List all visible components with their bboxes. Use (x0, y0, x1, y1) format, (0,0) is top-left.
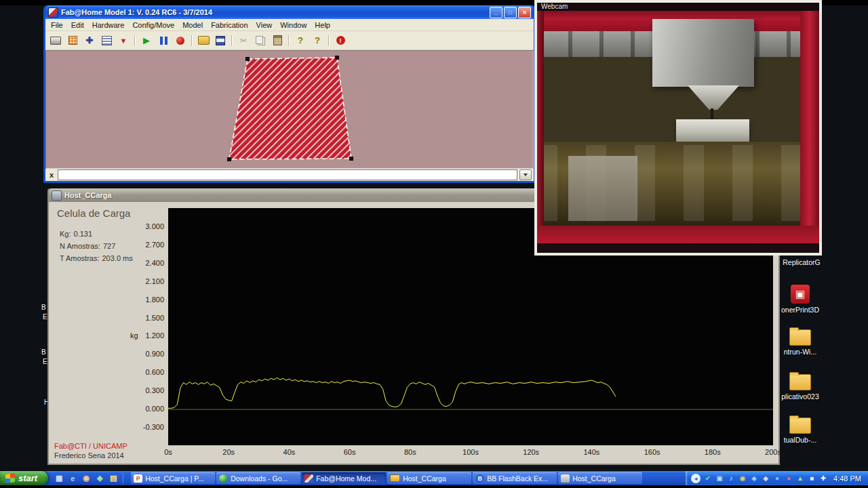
taskbar-task-host-ccarga-3[interactable]: Host_CCarga (387, 472, 471, 484)
credit-line-1: Fab@CTI / UNICAMP (54, 442, 127, 450)
desktop-icon-label: onerPrint3D (772, 306, 829, 314)
print-button[interactable] (47, 33, 64, 48)
usb-icon[interactable]: ◆ (761, 473, 770, 484)
volume-icon[interactable]: ♪ (726, 473, 736, 484)
desktop-icon-label-fragment: E (43, 358, 47, 365)
machine-red-frame-bottom (537, 226, 819, 243)
menu-item-hardware[interactable]: Hardware (88, 20, 129, 30)
desktop-icon-tualdub[interactable]: tualDub-... (772, 418, 829, 444)
taskbar: start ▦e◉◆▤ PHost_CCarga | P...Downloads… (0, 471, 868, 485)
task-button-label: Host_CCarga | P... (145, 474, 204, 483)
messenger-icon[interactable]: ◆ (94, 473, 105, 484)
play-button[interactable]: ▶ (138, 33, 155, 48)
command-dropdown-button[interactable] (519, 169, 532, 180)
layers-icon (102, 36, 112, 45)
context-help-button[interactable]: ? (309, 33, 326, 48)
machine-red-frame-left (537, 3, 544, 253)
desktop-icon-label: ntrun-Wi... (772, 348, 829, 356)
media-player-icon[interactable]: ◉ (81, 473, 92, 484)
command-bar-close-button[interactable]: x (47, 171, 56, 179)
model-polygon[interactable] (229, 58, 351, 159)
desktop-icon-onerprint3d[interactable]: ▣onerPrint3D (772, 285, 829, 314)
start-button[interactable]: start (0, 471, 48, 485)
desktop-icon-label: tualDub-... (772, 436, 829, 444)
taskbar-task-downloads-go-1[interactable]: Downloads - Go... (216, 472, 300, 484)
fab-window-titlebar[interactable]: Fab@Home Model 1: V. 0.24 RC6 - 3/7/2014… (45, 5, 534, 19)
model-corner-handle[interactable] (245, 57, 250, 61)
chart-heading: Celula de Carga (57, 207, 130, 219)
taskbar-task-bb-flashback-ex-4[interactable]: BBB FlashBack Ex... (473, 472, 557, 484)
stop-button[interactable] (172, 33, 189, 48)
command-bar: x (45, 169, 534, 181)
fab-menu-bar: FileEditHardwareConfig/MoveModelFabricat… (45, 19, 534, 31)
menu-item-file[interactable]: File (47, 20, 67, 30)
maximize-button[interactable]: □ (504, 7, 517, 18)
fab-pad-button[interactable] (64, 33, 81, 48)
jog-button[interactable]: ✚ (81, 33, 98, 48)
taskbar-task-host-ccarga-p-0[interactable]: PHost_CCarga | P... (131, 472, 215, 484)
network-icon[interactable]: ◈ (749, 473, 759, 484)
stop-icon (176, 37, 184, 45)
emergency-stop-button[interactable]: ! (332, 33, 349, 48)
update-icon[interactable]: ◉ (738, 473, 747, 484)
desktop-icon-label: plicativo023 (772, 392, 829, 401)
pause-button[interactable] (155, 33, 172, 48)
doc-task-icon: P (134, 474, 142, 483)
help-icon: ? (298, 35, 303, 45)
model-canvas[interactable] (45, 50, 534, 169)
save-button[interactable] (212, 33, 229, 48)
cut-button[interactable]: ✂ (235, 33, 252, 48)
desktop-icon-label: ReplicatorG (773, 258, 830, 266)
alert-icon[interactable]: ● (784, 473, 793, 484)
open-icon (198, 36, 210, 45)
menu-item-config-move[interactable]: Config/Move (128, 20, 178, 30)
start-label: start (18, 473, 37, 483)
fab-app-icon (48, 7, 58, 18)
model-corner-handle[interactable] (227, 157, 231, 161)
display-icon[interactable]: ▣ (715, 473, 724, 484)
minimize-button[interactable]: _ (490, 7, 502, 18)
sync-icon[interactable]: ✚ (818, 473, 828, 484)
desktop-icon-replicatorg[interactable]: ReplicatorG (773, 256, 830, 266)
explorer-icon[interactable]: ▤ (108, 473, 119, 484)
command-input[interactable] (58, 169, 517, 180)
model-corner-handle[interactable] (349, 157, 353, 161)
menu-item-window[interactable]: Window (276, 20, 311, 30)
messenger-tray-icon[interactable]: ● (772, 473, 782, 484)
show-desktop-icon[interactable]: ▦ (54, 473, 64, 484)
taskbar-task-host-ccarga-5[interactable]: Host_CCarga (558, 472, 642, 484)
open-button[interactable] (195, 33, 212, 48)
paste-button[interactable] (269, 33, 285, 48)
copy-button[interactable] (252, 33, 269, 48)
x-tick-label: 160s (644, 448, 660, 456)
toolbar-separator (191, 35, 193, 46)
x-tick-label: 200s (765, 448, 781, 456)
menu-item-model[interactable]: Model (178, 20, 207, 30)
menu-item-edit[interactable]: Edit (67, 20, 88, 30)
app-task-icon (561, 474, 570, 483)
menu-item-help[interactable]: Help (311, 20, 334, 30)
export-button[interactable]: ▼ (115, 33, 132, 48)
desktop-icon-ntrun-wi[interactable]: ntrun-Wi... (772, 329, 829, 356)
scheduler-icon[interactable]: ▲ (795, 473, 805, 484)
menu-item-fabrication[interactable]: Fabrication (207, 20, 252, 30)
build-platform (676, 119, 749, 142)
x-tick-label: 140s (583, 448, 599, 456)
taskbar-task-fab-home-mod-2[interactable]: Fab@Home Mod... (302, 472, 386, 484)
menu-item-view[interactable]: View (252, 20, 277, 30)
desktop-icon-plicativo023[interactable]: plicativo023 (772, 374, 829, 401)
internet-explorer-icon[interactable]: e (67, 473, 78, 484)
battery-icon[interactable]: ■ (807, 473, 816, 484)
tray-expand-button[interactable]: ◂ (691, 474, 701, 483)
layers-button[interactable] (98, 33, 115, 48)
task-button-label: Host_CCarga (403, 474, 446, 483)
model-view (45, 50, 534, 170)
antivirus-icon[interactable]: ✔ (703, 473, 713, 484)
task-button-label: Host_CCarga (572, 474, 616, 483)
model-corner-handle[interactable] (335, 56, 339, 60)
machine-carriage-block (652, 19, 754, 87)
context-help-icon: ? (315, 35, 320, 45)
close-button[interactable]: ✕ (518, 7, 531, 18)
webcam-window: Webcam (534, 0, 822, 256)
help-button[interactable]: ? (292, 33, 309, 48)
